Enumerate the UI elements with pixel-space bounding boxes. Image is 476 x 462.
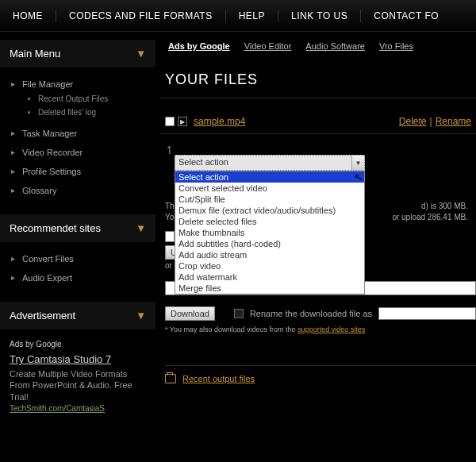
sidebar-item-audio-expert[interactable]: Audio Expert: [11, 268, 155, 287]
dropdown-option[interactable]: Add audio stream: [175, 249, 364, 260]
play-icon[interactable]: ▶: [178, 117, 187, 126]
recommended-label: Recommendet sites: [10, 222, 101, 234]
dropdown-option[interactable]: Demux file (extract video/audio/subtitle…: [175, 205, 364, 216]
ad-description: Create Multiple Video Formats From Power…: [10, 368, 146, 402]
recommended-header[interactable]: Recommendet sites ▼: [0, 214, 155, 243]
sidebar-item-convert-files[interactable]: Convert Files: [11, 249, 155, 268]
note-text: You may also download videos from the: [170, 325, 296, 333]
dropdown-option[interactable]: Make thumbnails: [175, 227, 364, 238]
dropdown-option[interactable]: Merge files: [175, 283, 364, 294]
upload-field-left[interactable]: [165, 231, 175, 242]
sidebar-item-file-manager[interactable]: File Manager Recent Output Files Deleted…: [11, 75, 155, 124]
action-select-value: Select action: [178, 157, 228, 167]
ad-title-link[interactable]: Try Camtasia Studio 7: [10, 353, 146, 365]
dropdown-option[interactable]: Cut/Split file: [175, 194, 364, 205]
dropdown-option[interactable]: Convert selected video: [175, 183, 364, 194]
nav-home[interactable]: HOME: [0, 10, 56, 21]
dropdown-option[interactable]: Add subtitles (hard-coded): [175, 238, 364, 249]
file-name-link[interactable]: sample.mp4: [194, 116, 245, 127]
advertisement-label: Advertisement: [10, 310, 75, 321]
file-checkbox[interactable]: [165, 117, 175, 126]
asterisk: *: [165, 325, 168, 333]
nav-help[interactable]: HELP: [226, 10, 278, 21]
folder-icon: [165, 374, 176, 383]
separator: |: [430, 116, 432, 127]
nav-link-to-us[interactable]: LINK TO US: [278, 10, 360, 21]
nav-contact[interactable]: CONTACT FO: [361, 10, 451, 21]
sidebar-item-video-recorder[interactable]: Video Recorder: [11, 143, 155, 162]
sidebar-subitem-deleted-log[interactable]: Deleted files' log: [38, 106, 155, 119]
sidebar-item-profile-settings[interactable]: Profile Settings: [11, 162, 155, 181]
dropdown-option[interactable]: Delete selected files: [175, 216, 364, 227]
ads-link-video-editor[interactable]: Video Editor: [244, 41, 292, 51]
sidebar-subitem-recent-output[interactable]: Recent Output Files: [38, 92, 155, 106]
dropdown-arrow-icon[interactable]: ▼: [351, 156, 364, 170]
chevron-down-icon: ▼: [136, 48, 146, 60]
dropdown-option[interactable]: Crop video: [175, 260, 364, 271]
ad-url[interactable]: TechSmith.com/CamtasiaS: [10, 404, 146, 413]
dropdown-option[interactable]: Select action: [175, 171, 364, 183]
cursor-icon: ↖: [353, 170, 365, 184]
dropdown-option[interactable]: Add watermark: [175, 271, 364, 283]
rename-checkbox[interactable]: [234, 309, 244, 318]
ads-link-audio-software[interactable]: Audio Software: [305, 41, 365, 51]
action-dropdown: Select action Convert selected video Cut…: [175, 171, 365, 295]
info-text-2-suffix: or upload 286.41 MB.: [392, 212, 476, 223]
chevron-down-icon: ▼: [136, 222, 146, 234]
file-delete-link[interactable]: Delete: [399, 116, 427, 127]
rename-input[interactable]: [378, 307, 476, 320]
nav-codecs[interactable]: CODECS AND FILE FORMATS: [56, 10, 225, 21]
advertisement-header[interactable]: Advertisement ▼: [0, 302, 155, 330]
info-text-1-suffix: d) is 300 MB.: [421, 201, 476, 212]
sidebar-item-glossary[interactable]: Glossary: [11, 181, 155, 200]
ads-link-vro-files[interactable]: Vro Files: [379, 41, 413, 51]
file-rename-link[interactable]: Rename: [436, 116, 471, 127]
sidebar-item-label: File Manager: [22, 79, 73, 89]
sidebar-item-task-manager[interactable]: Task Manager: [11, 124, 155, 143]
supported-sites-link[interactable]: supported video sites: [298, 325, 365, 333]
divider: [165, 365, 476, 366]
action-select[interactable]: Select action ▼: [175, 155, 365, 171]
ads-by-google-top[interactable]: Ads by Google: [168, 41, 230, 51]
recent-output-files-link[interactable]: Recent output files: [182, 374, 255, 383]
chevron-down-icon: ▼: [136, 310, 146, 321]
download-button[interactable]: Download: [165, 306, 215, 321]
rename-label: Rename the downloaded file as: [250, 309, 372, 318]
main-menu-header[interactable]: Main Menu ▼: [0, 40, 155, 68]
main-menu-label: Main Menu: [10, 48, 60, 60]
page-title: YOUR FILES: [160, 57, 476, 98]
ads-by-google-label[interactable]: Ads by Google: [10, 340, 146, 348]
